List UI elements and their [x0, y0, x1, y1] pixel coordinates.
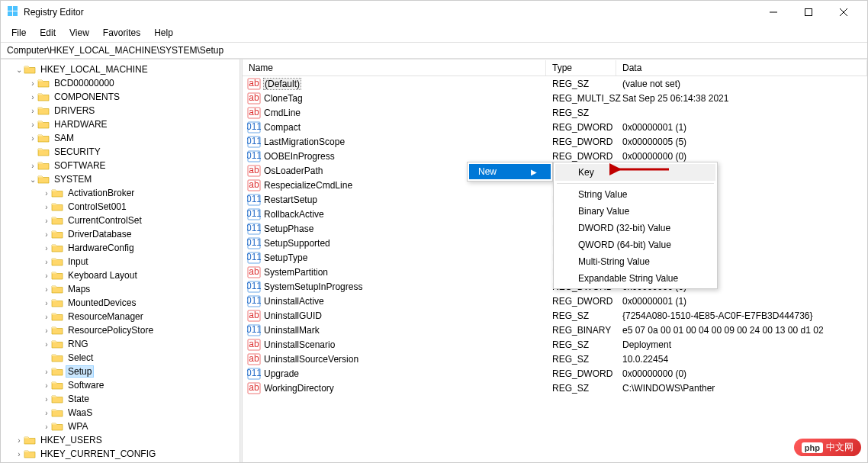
chevron-right-icon[interactable]: › [42, 217, 51, 225]
tree-item[interactable]: ›Input [1, 255, 240, 268]
tree-item[interactable]: ⌄SYSTEM [1, 172, 240, 186]
chevron-right-icon[interactable]: › [42, 189, 51, 198]
list-row[interactable]: 011UninstallMarkREG_BINARYe5 07 0a 00 01… [243, 323, 867, 337]
chevron-right-icon[interactable]: › [42, 381, 51, 390]
tree-item[interactable]: ›HKEY_USERS [1, 433, 240, 447]
tree-item[interactable]: ›Maps [1, 282, 240, 296]
minimize-button[interactable] [756, 1, 791, 24]
col-header-name[interactable]: Name [243, 60, 546, 76]
context-item[interactable]: String Value [555, 186, 715, 203]
tree-item-label: Maps [66, 284, 92, 294]
tree-item[interactable]: ›State [1, 392, 240, 406]
list-row[interactable]: abUninstallGUIDREG_SZ{7254A080-1510-4E85… [243, 308, 867, 323]
tree-item[interactable]: ›Select [1, 351, 240, 365]
tree-item[interactable]: ›SECURITY [1, 145, 240, 159]
tree-item[interactable]: ›RNG [1, 337, 240, 351]
folder-icon [51, 339, 63, 349]
tree-item[interactable]: ›MountedDevices [1, 296, 240, 310]
tree-item[interactable]: ›Software [1, 378, 240, 392]
chevron-right-icon[interactable]: › [42, 340, 51, 349]
chevron-right-icon[interactable]: › [42, 423, 51, 431]
chevron-right-icon[interactable]: › [42, 299, 51, 307]
col-header-data[interactable]: Data [616, 60, 867, 76]
maximize-button[interactable] [791, 1, 826, 24]
value-type: REG_MULTI_SZ [546, 93, 616, 104]
chevron-right-icon[interactable]: › [28, 107, 37, 115]
chevron-right-icon[interactable]: › [42, 244, 51, 252]
list-row[interactable]: 011LastMigrationScopeREG_DWORD0x00000005… [243, 134, 867, 149]
tree-item[interactable]: ›Keyboard Layout [1, 268, 240, 282]
value-data: {7254A080-1510-4E85-AC0F-E7FB3D444736} [616, 310, 867, 321]
tree-item[interactable]: ›BCD00000000 [1, 76, 240, 90]
tree-item-label: Input [66, 256, 90, 267]
tree-item[interactable]: ›HARDWARE [1, 117, 240, 131]
chevron-right-icon[interactable]: › [42, 285, 51, 294]
tree-item[interactable]: ›ResourceManager [1, 310, 240, 323]
list-row[interactable]: ab(Default)REG_SZ(value not set) [243, 76, 867, 91]
chevron-right-icon[interactable]: › [14, 450, 24, 458]
tree-item[interactable]: ›SOFTWARE [1, 159, 240, 172]
close-button[interactable] [826, 1, 861, 24]
chevron-right-icon[interactable]: › [28, 162, 37, 170]
chevron-right-icon[interactable]: › [42, 368, 51, 376]
tree-item[interactable]: ›WPA [1, 420, 240, 433]
svg-text:011: 011 [247, 194, 261, 204]
value-type: REG_SZ [546, 79, 616, 89]
list-row[interactable]: 011UninstallActiveREG_DWORD0x00000001 (1… [243, 294, 867, 308]
chevron-right-icon[interactable]: › [28, 93, 37, 101]
chevron-right-icon[interactable]: › [42, 203, 51, 211]
menu-edit[interactable]: Edit [34, 25, 62, 40]
tree-view[interactable]: ⌄HKEY_LOCAL_MACHINE›BCD00000000›COMPONEN… [1, 59, 240, 463]
list-row[interactable]: 011CompactREG_DWORD0x00000001 (1) [243, 120, 867, 134]
context-item[interactable]: Key [555, 164, 715, 181]
context-item-new[interactable]: New ▶ [469, 164, 551, 179]
menu-favorites[interactable]: Favorites [97, 25, 146, 40]
chevron-right-icon[interactable]: › [28, 121, 37, 129]
svg-text:011: 011 [247, 150, 261, 161]
tree-item[interactable]: ›Setup [1, 365, 240, 378]
tree-item[interactable]: ›ActivationBroker [1, 186, 240, 200]
list-row[interactable]: abWorkingDirectoryREG_SZC:\WINDOWS\Panth… [243, 381, 867, 395]
list-row[interactable]: abCloneTagREG_MULTI_SZSat Sep 25 06:14:3… [243, 91, 867, 105]
chevron-right-icon[interactable]: › [42, 395, 51, 404]
chevron-right-icon[interactable]: › [42, 272, 51, 280]
menu-file[interactable]: File [5, 25, 32, 40]
chevron-right-icon[interactable]: › [42, 230, 51, 239]
value-data: (value not set) [616, 79, 867, 89]
chevron-right-icon[interactable]: › [42, 326, 51, 335]
tree-item[interactable]: ›HKEY_CURRENT_CONFIG [1, 447, 240, 461]
tree-item[interactable]: ›DRIVERS [1, 104, 240, 117]
address-bar[interactable]: Computer\HKEY_LOCAL_MACHINE\SYSTEM\Setup [1, 42, 867, 59]
menu-view[interactable]: View [63, 25, 95, 40]
chevron-right-icon[interactable]: › [42, 258, 51, 266]
tree-item[interactable]: ›CurrentControlSet [1, 214, 240, 227]
tree-item[interactable]: ›DriverDatabase [1, 227, 240, 241]
tree-item[interactable]: ›WaaS [1, 406, 240, 420]
tree-item[interactable]: ›ControlSet001 [1, 200, 240, 214]
context-item[interactable]: DWORD (32-bit) Value [555, 220, 715, 236]
col-header-type[interactable]: Type [546, 60, 616, 76]
chevron-down-icon[interactable]: ⌄ [28, 175, 37, 184]
context-item[interactable]: Expandable String Value [555, 270, 715, 287]
tree-item[interactable]: ›HardwareConfig [1, 241, 240, 255]
tree-item[interactable]: ⌄HKEY_LOCAL_MACHINE [1, 63, 240, 76]
svg-text:ab: ab [249, 339, 259, 349]
list-row[interactable]: abUninstallScenarioREG_SZDeployment [243, 337, 867, 352]
chevron-right-icon[interactable]: › [14, 436, 24, 445]
list-row[interactable]: abCmdLineREG_SZ [243, 105, 867, 120]
chevron-down-icon[interactable]: ⌄ [14, 66, 24, 74]
chevron-right-icon[interactable]: › [42, 409, 51, 417]
tree-item[interactable]: ›COMPONENTS [1, 90, 240, 104]
context-item[interactable]: Multi-String Value [555, 253, 715, 270]
chevron-right-icon[interactable]: › [42, 313, 51, 321]
tree-item[interactable]: ›ResourcePolicyStore [1, 323, 240, 337]
chevron-right-icon[interactable]: › [28, 134, 37, 143]
context-item[interactable]: QWORD (64-bit) Value [555, 236, 715, 253]
list-row[interactable]: abUninstallSourceVersionREG_SZ10.0.22454 [243, 352, 867, 366]
menu-help[interactable]: Help [148, 25, 179, 40]
list-row[interactable]: 011UpgradeREG_DWORD0x00000000 (0) [243, 366, 867, 381]
chevron-right-icon[interactable]: › [28, 79, 37, 88]
context-item[interactable]: Binary Value [555, 203, 715, 220]
tree-item[interactable]: ›SAM [1, 131, 240, 145]
value-name: UninstallSourceVersion [264, 354, 358, 365]
